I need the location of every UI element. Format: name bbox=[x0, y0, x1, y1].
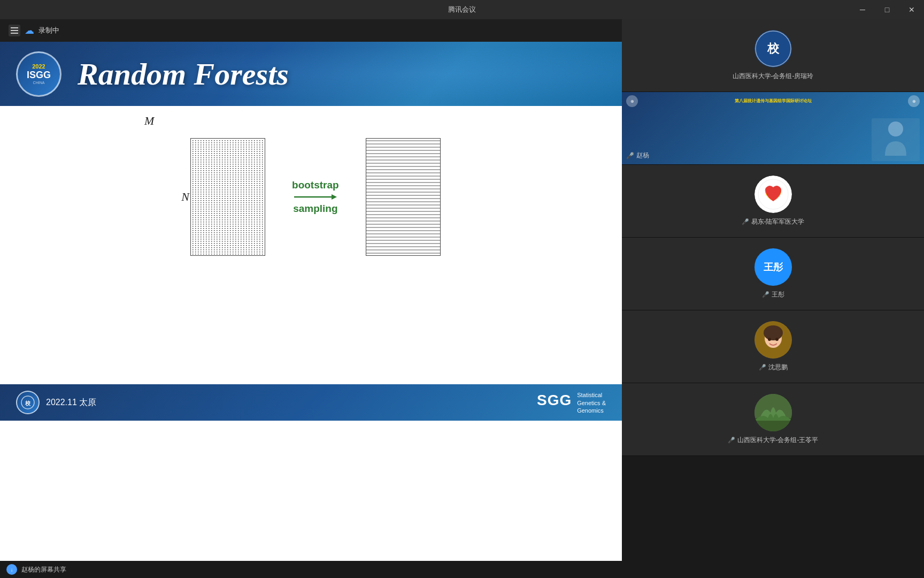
svg-rect-1478 bbox=[249, 252, 250, 253]
svg-rect-6 bbox=[206, 140, 207, 141]
svg-rect-95 bbox=[219, 147, 220, 148]
svg-rect-124 bbox=[222, 149, 223, 150]
svg-rect-769 bbox=[225, 198, 226, 199]
svg-rect-1065 bbox=[192, 222, 194, 223]
svg-rect-41 bbox=[225, 142, 226, 143]
svg-point-1592 bbox=[775, 338, 779, 341]
svg-rect-263 bbox=[219, 159, 220, 161]
svg-rect-167 bbox=[262, 151, 263, 152]
svg-rect-1458 bbox=[195, 252, 196, 253]
svg-rect-1052 bbox=[233, 219, 234, 220]
restore-button[interactable]: □ bbox=[875, 0, 899, 19]
svg-rect-586 bbox=[259, 183, 260, 184]
screen-share-icon: ↓ bbox=[6, 564, 17, 575]
svg-rect-1251 bbox=[241, 234, 242, 235]
svg-rect-135 bbox=[251, 149, 252, 150]
svg-rect-249 bbox=[257, 157, 258, 158]
svg-rect-538 bbox=[206, 181, 207, 182]
svg-rect-381 bbox=[235, 168, 236, 169]
svg-rect-880 bbox=[222, 207, 223, 208]
svg-rect-129 bbox=[235, 149, 236, 150]
svg-rect-933 bbox=[214, 211, 215, 212]
svg-rect-643 bbox=[262, 187, 263, 188]
svg-rect-644 bbox=[265, 187, 265, 188]
svg-rect-1190 bbox=[227, 230, 228, 231]
svg-rect-883 bbox=[230, 207, 231, 208]
svg-rect-869 bbox=[192, 207, 194, 208]
svg-rect-81 bbox=[257, 144, 258, 146]
svg-rect-82 bbox=[259, 144, 260, 146]
svg-rect-156 bbox=[233, 151, 234, 152]
svg-rect-1063 bbox=[262, 219, 263, 220]
participant-name-1: 赵杨 bbox=[636, 151, 649, 160]
svg-rect-1244 bbox=[222, 234, 223, 235]
svg-rect-264 bbox=[222, 159, 223, 161]
svg-rect-855 bbox=[230, 204, 231, 206]
svg-rect-360 bbox=[254, 166, 255, 167]
svg-rect-1460 bbox=[201, 252, 202, 253]
minimize-button[interactable]: ─ bbox=[850, 0, 875, 19]
participant-card-0: 校 山西医科大学-会务组-房瑞玲 bbox=[622, 19, 924, 92]
svg-rect-286 bbox=[206, 162, 207, 163]
svg-rect-796 bbox=[222, 200, 223, 201]
svg-rect-922 bbox=[259, 209, 260, 210]
svg-rect-377 bbox=[225, 168, 226, 169]
svg-rect-1335 bbox=[241, 241, 242, 242]
svg-rect-688 bbox=[233, 192, 234, 193]
svg-rect-701 bbox=[192, 194, 194, 195]
svg-rect-1129 bbox=[214, 226, 215, 227]
svg-rect-624 bbox=[211, 187, 212, 188]
svg-rect-496 bbox=[243, 177, 244, 178]
close-button[interactable]: ✕ bbox=[899, 0, 924, 19]
svg-rect-897 bbox=[192, 209, 194, 210]
svg-rect-764 bbox=[211, 198, 212, 199]
svg-rect-993 bbox=[225, 215, 226, 216]
svg-rect-536 bbox=[201, 181, 202, 182]
svg-rect-1202 bbox=[259, 230, 260, 231]
svg-rect-653 bbox=[214, 189, 215, 191]
svg-rect-388 bbox=[254, 168, 255, 169]
svg-rect-448 bbox=[265, 172, 265, 173]
svg-rect-144 bbox=[201, 151, 202, 152]
svg-rect-735 bbox=[209, 196, 210, 197]
svg-rect-1370 bbox=[259, 243, 260, 244]
svg-rect-727 bbox=[262, 194, 263, 195]
svg-rect-150 bbox=[217, 151, 218, 152]
svg-rect-203 bbox=[209, 155, 210, 156]
svg-rect-558 bbox=[259, 181, 260, 182]
svg-rect-1416 bbox=[233, 247, 234, 248]
svg-rect-353 bbox=[235, 166, 236, 167]
svg-rect-1008 bbox=[265, 215, 265, 216]
svg-rect-500 bbox=[254, 177, 255, 178]
svg-rect-159 bbox=[241, 151, 242, 152]
svg-rect-488 bbox=[222, 177, 223, 178]
svg-rect-1289 bbox=[192, 239, 194, 240]
svg-rect-1216 bbox=[222, 232, 223, 233]
menu-icon-button[interactable] bbox=[9, 25, 20, 36]
svg-rect-925 bbox=[192, 211, 194, 212]
svg-rect-213 bbox=[235, 155, 236, 156]
participant-name-row-3: 🎤 王彤 bbox=[762, 290, 784, 299]
svg-rect-97 bbox=[225, 147, 226, 148]
svg-rect-1115 bbox=[251, 224, 252, 225]
svg-rect-1316 bbox=[265, 239, 265, 240]
svg-rect-693 bbox=[246, 192, 247, 193]
svg-rect-341 bbox=[203, 166, 204, 167]
svg-rect-632 bbox=[233, 187, 234, 188]
svg-rect-1352 bbox=[211, 243, 212, 244]
svg-rect-678 bbox=[206, 192, 207, 193]
svg-rect-107 bbox=[251, 147, 252, 148]
svg-rect-1438 bbox=[217, 249, 218, 250]
svg-rect-1218 bbox=[227, 232, 228, 233]
svg-rect-615 bbox=[262, 185, 263, 186]
svg-rect-1412 bbox=[222, 247, 223, 248]
svg-rect-419 bbox=[262, 170, 263, 171]
svg-rect-94 bbox=[217, 147, 218, 148]
svg-rect-689 bbox=[235, 192, 236, 193]
svg-rect-758 bbox=[195, 198, 196, 199]
svg-rect-481 bbox=[203, 177, 204, 178]
svg-rect-1183 bbox=[209, 230, 210, 231]
mic-icon-2: 🎤 bbox=[742, 218, 749, 225]
participant-avatar-3: 王彤 bbox=[754, 248, 792, 286]
svg-rect-1042 bbox=[206, 219, 207, 220]
